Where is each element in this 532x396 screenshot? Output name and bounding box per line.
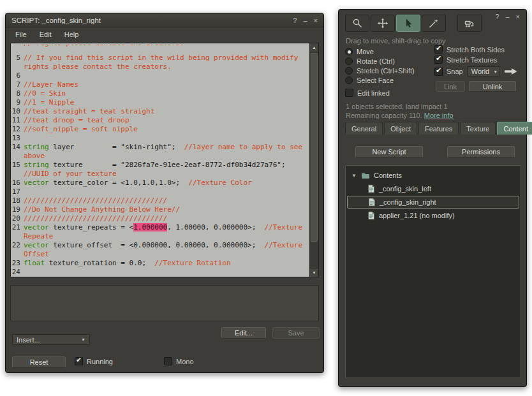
more-info-link[interactable]: More info xyxy=(424,112,454,119)
mono-checkbox[interactable]: Mono xyxy=(164,357,194,365)
menu-file[interactable]: File xyxy=(10,29,33,40)
list-item-config-skin-right[interactable]: _config_skin_right xyxy=(347,196,519,209)
edit-linked-label: Edit linked xyxy=(357,89,390,97)
check-icon: ✔ xyxy=(436,44,441,52)
new-script-button[interactable]: New Script xyxy=(355,146,423,158)
tab-object[interactable]: Object xyxy=(384,122,417,135)
script-icon xyxy=(367,184,375,193)
move-icon xyxy=(377,18,388,29)
create-tool-button[interactable] xyxy=(422,15,446,32)
help-icon[interactable]: ? xyxy=(495,13,499,20)
insert-dropdown[interactable]: Insert... ▼ xyxy=(12,334,90,345)
radio-icon[interactable] xyxy=(345,57,353,65)
code-line: 21vector texture_repeats = <1.000000, 1.… xyxy=(11,223,309,241)
scroll-up-icon[interactable]: ▲ xyxy=(310,43,318,52)
line-number: 16 xyxy=(11,179,24,187)
help-icon[interactable]: ? xyxy=(293,17,297,24)
expander-icon[interactable]: ▼ xyxy=(351,173,357,179)
focus-tool-button[interactable] xyxy=(345,15,369,32)
radio-move[interactable]: Move xyxy=(345,48,374,55)
code-text xyxy=(24,134,307,143)
stretch-textures-checkbox[interactable]: ✔ Stretch Textures xyxy=(434,55,497,64)
code-text: //Do Not Change Anything Below Here// xyxy=(24,205,307,214)
edit-button[interactable]: Edit... xyxy=(221,327,266,339)
minimize-icon[interactable]: – xyxy=(505,13,509,20)
radio-rotate[interactable]: Rotate (Ctrl) xyxy=(345,57,395,65)
stretch-both-sides-label: Stretch Both Sides xyxy=(447,46,505,54)
folder-label: Contents xyxy=(374,172,402,179)
running-checkbox[interactable]: ✔ Running xyxy=(75,357,113,365)
save-button[interactable]: Save xyxy=(272,327,320,339)
list-item-config-skin-left[interactable]: _config_skin_left xyxy=(347,182,519,195)
checkbox-icon[interactable] xyxy=(164,357,172,365)
code-line: 13 xyxy=(11,134,309,143)
radio-icon[interactable] xyxy=(345,77,353,84)
check-icon: ✔ xyxy=(436,66,441,75)
code-text: //teat straight = teat straight xyxy=(24,107,307,116)
radio-icon[interactable] xyxy=(345,48,353,55)
code-text: float texture_rotation = 0.0; //Texture … xyxy=(24,259,307,268)
tab-texture[interactable]: Texture xyxy=(460,122,496,135)
list-item-applier[interactable]: applier_1.21 (no modify) xyxy=(347,209,519,222)
snap-checkbox[interactable]: ✔ xyxy=(434,68,443,76)
reset-button[interactable]: Reset xyxy=(12,356,66,368)
code-text: //0 = Skin xyxy=(24,89,307,98)
code-area[interactable]: // rights please contact the creators. 5… xyxy=(11,43,309,277)
line-number: 8 xyxy=(11,89,24,98)
move-tool-button[interactable] xyxy=(371,15,395,32)
link-button[interactable]: Link xyxy=(436,81,465,92)
close-icon[interactable]: × xyxy=(314,17,318,24)
contents-folder-row[interactable]: ▼ Contents xyxy=(347,169,519,182)
code-line: 14string layer = "skin-right"; //layer n… xyxy=(11,143,309,161)
line-number: 17 xyxy=(11,187,24,196)
edit-linked-checkbox[interactable]: Edit linked xyxy=(345,89,390,97)
menu-edit[interactable]: Edit xyxy=(34,29,57,40)
tab-content[interactable]: Content xyxy=(497,122,532,135)
script-editor[interactable]: // rights please contact the creators. 5… xyxy=(10,43,319,277)
radio-icon[interactable] xyxy=(345,67,353,75)
grid-options-button[interactable] xyxy=(504,68,518,75)
radio-stretch[interactable]: Stretch (Ctrl+Shift) xyxy=(345,67,415,75)
checkbox-icon[interactable]: ✔ xyxy=(75,357,83,365)
mono-label: Mono xyxy=(176,358,194,365)
code-line: 8//0 = Skin xyxy=(11,89,309,98)
drag-hint: Drag to move, shift-drag to copy xyxy=(346,37,446,45)
folder-icon xyxy=(361,172,370,179)
checkbox-icon[interactable]: ✔ xyxy=(434,55,443,64)
tab-bar: General Object Features Texture Content xyxy=(345,122,532,135)
tab-features[interactable]: Features xyxy=(418,122,459,135)
snap-grid-dropdown[interactable]: World ▼ xyxy=(467,66,500,77)
code-text: // If you find this script in the wild b… xyxy=(24,54,307,71)
script-editor-window: SCRIPT: _config_skin_right ? – × File Ed… xyxy=(5,13,324,373)
menu-bar: File Edit Help xyxy=(6,27,323,41)
radio-stretch-label: Stretch (Ctrl+Shift) xyxy=(357,67,415,75)
titlebar[interactable]: SCRIPT: _config_skin_right ? – × xyxy=(6,13,323,27)
script-message-panel xyxy=(10,285,319,321)
radio-select-face-label: Select Face xyxy=(357,77,394,84)
land-tool-button[interactable] xyxy=(457,15,482,32)
close-icon[interactable]: × xyxy=(516,13,520,20)
editor-scrollbar[interactable]: ▲ ▼ xyxy=(309,43,318,277)
unlink-button[interactable]: Unlink xyxy=(469,81,516,92)
permissions-button[interactable]: Permissions xyxy=(447,146,515,158)
checkbox-icon[interactable] xyxy=(345,89,353,97)
checkbox-icon[interactable]: ✔ xyxy=(434,45,443,54)
script-icon xyxy=(367,211,375,220)
menu-help[interactable]: Help xyxy=(59,29,85,40)
edit-tool-button[interactable] xyxy=(396,15,420,32)
code-text: string texture = "2826fa7e-91ee-2eaf-877… xyxy=(24,161,307,179)
line-number: 6 xyxy=(11,71,24,80)
tab-general[interactable]: General xyxy=(345,122,383,135)
stretch-both-sides-checkbox[interactable]: ✔ Stretch Both Sides xyxy=(434,45,505,54)
capacity-status: Remaining capacity 110. More info xyxy=(346,112,454,119)
code-text xyxy=(24,268,307,277)
radio-select-face[interactable]: Select Face xyxy=(345,77,394,84)
minimize-icon[interactable]: – xyxy=(303,17,307,24)
line-number: 24 xyxy=(11,268,24,277)
scroll-down-icon[interactable]: ▼ xyxy=(310,268,318,277)
scrollbar-thumb[interactable] xyxy=(311,53,318,242)
code-line: 17 xyxy=(11,187,309,196)
line-number: 23 xyxy=(11,259,24,268)
code-text: // rights please contact the creators. xyxy=(24,45,307,54)
selection-status: 1 objects selected, land impact 1 xyxy=(346,103,448,110)
